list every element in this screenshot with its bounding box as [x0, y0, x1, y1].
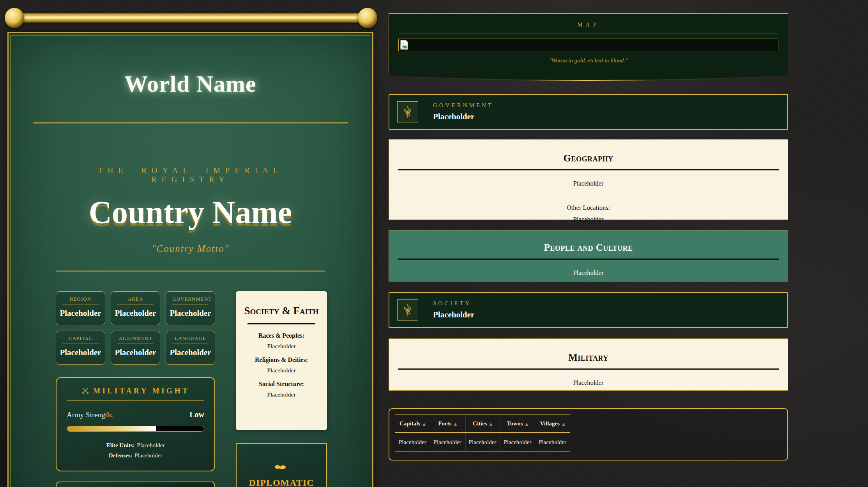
next-section-panel: [56, 482, 215, 487]
geography-rule: [398, 169, 779, 170]
towns-column-header[interactable]: Towns▲: [500, 415, 535, 433]
stats-grid: REGION Placeholder AREA Placeholder GOVE…: [56, 291, 215, 365]
capitals-column-header[interactable]: Capitals▲: [395, 415, 430, 433]
military-text: Placeholder: [389, 379, 788, 387]
sort-asc-icon: ▲: [489, 422, 492, 426]
stat-value: Placeholder: [111, 308, 160, 318]
table-cell: Placeholder: [535, 433, 570, 452]
map-panel: MAP "Woven in gold, etched in blood.": [389, 13, 788, 74]
crossed-swords-icon: [81, 387, 89, 395]
motto-divider: [56, 271, 325, 272]
scroll-rod: [5, 8, 377, 28]
stat-label: REGION: [62, 296, 99, 305]
diplomatic-standing-panel: DIPLOMATIC STANDING: [236, 443, 327, 487]
government-row: GOVERNMENT Placeholder: [389, 94, 788, 130]
religions-deities-value: Placeholder: [241, 367, 322, 374]
stat-value: Placeholder: [166, 348, 215, 358]
defenses-row: Defenses:Placeholder: [67, 450, 204, 460]
stat-card-capital: CAPITAL Placeholder: [56, 331, 105, 365]
society-faith-card: Society & Faith Races & Peoples: Placeho…: [236, 291, 327, 430]
society-label: SOCIETY: [433, 300, 474, 307]
stat-label: CAPITAL: [62, 335, 99, 344]
table-row: Placeholder Placeholder Placeholder Plac…: [395, 433, 570, 452]
crest-box: [397, 299, 418, 321]
races-peoples-label: Races & Peoples:: [241, 332, 322, 339]
settlements-table: Capitals▲ Forts▲ Cities▲ Towns▲ Villages…: [395, 414, 570, 452]
map-divider: [399, 34, 778, 34]
stat-card-government: GOVERNMENT Placeholder: [166, 291, 215, 325]
military-might-title: MILITARY MIGHT: [67, 386, 204, 401]
stat-label: ALIGNMENT: [117, 335, 154, 344]
country-name-title: Country Name: [56, 194, 325, 231]
army-strength-label: Army Strength:: [67, 411, 113, 419]
elite-units-row: Elite Units:Placeholder: [67, 440, 204, 450]
social-structure-label: Social Structure:: [241, 381, 322, 388]
stat-card-region: REGION Placeholder: [56, 291, 105, 325]
sort-asc-icon: ▲: [423, 422, 426, 426]
crest-box: [397, 101, 418, 122]
army-strength-value: Low: [189, 410, 204, 419]
stat-label: LANGUAGE: [172, 335, 209, 344]
military-rule: [398, 368, 779, 370]
society-faith-title: Society & Faith: [241, 303, 322, 319]
stat-label: AREA: [117, 296, 154, 305]
world-name-title: World Name: [33, 71, 348, 97]
other-locations-label: Other Locations:: [389, 204, 788, 212]
government-value: Placeholder: [433, 112, 493, 122]
government-label: GOVERNMENT: [433, 102, 493, 109]
map-image-frame: [398, 39, 778, 51]
social-structure-value: Placeholder: [241, 391, 322, 398]
people-culture-rule: [398, 259, 779, 260]
fleur-de-lis-icon: [403, 304, 412, 316]
forts-column-header[interactable]: Forts▲: [430, 415, 465, 433]
table-cell: Placeholder: [465, 433, 500, 452]
world-name-divider: [33, 122, 348, 124]
army-strength-bar: [67, 426, 204, 432]
registry-kicker: THE ROYAL IMPERIAL REGISTRY: [56, 166, 325, 184]
sort-asc-icon: ▲: [454, 422, 457, 426]
table-cell: Placeholder: [500, 433, 535, 452]
scroll-rod-left-knob-icon: [5, 8, 24, 28]
geography-text: Placeholder: [389, 180, 788, 188]
military-card: Military Placeholder: [389, 338, 788, 391]
society-value: Placeholder: [433, 310, 474, 320]
country-scroll-panel: World Name THE ROYAL IMPERIAL REGISTRY C…: [7, 32, 373, 487]
scroll-rod-right-knob-icon: [358, 8, 377, 28]
stat-card-area: AREA Placeholder: [111, 291, 160, 325]
diplomatic-standing-title: DIPLOMATIC STANDING: [241, 458, 322, 487]
sort-asc-icon: ▲: [525, 422, 529, 426]
stat-card-alignment: ALIGNMENT Placeholder: [111, 331, 160, 365]
settlements-panel: Capitals▲ Forts▲ Cities▲ Towns▲ Villages…: [389, 408, 788, 460]
other-locations-value: Placeholder: [389, 216, 788, 223]
row-divider: [427, 299, 427, 321]
geography-card: Geography Placeholder Other Locations: P…: [389, 139, 788, 220]
villages-column-header[interactable]: Villages▲: [535, 415, 570, 433]
races-peoples-value: Placeholder: [241, 343, 322, 350]
cities-column-header[interactable]: Cities▲: [465, 415, 500, 433]
row-divider: [427, 101, 427, 123]
society-faith-rule: [247, 323, 315, 324]
military-might-panel: MILITARY MIGHT Army Strength: Low Elite …: [56, 377, 215, 471]
stat-label: GOVERNMENT: [172, 296, 209, 305]
army-strength-fill: [67, 426, 156, 431]
stat-value: Placeholder: [56, 348, 105, 358]
geography-title: Geography: [389, 153, 788, 164]
detail-column: MAP "Woven in gold, etched in blood.": [389, 13, 788, 460]
people-culture-card: People and Culture Placeholder: [389, 230, 788, 282]
scroll-rod-bar: [17, 13, 365, 23]
society-row: SOCIETY Placeholder: [389, 292, 788, 328]
map-title: MAP: [389, 14, 788, 28]
sort-asc-icon: ▲: [562, 422, 565, 426]
handshake-icon: [274, 462, 286, 471]
country-motto: "Country Motto": [56, 243, 325, 254]
people-culture-title: People and Culture: [389, 242, 788, 253]
stat-value: Placeholder: [56, 308, 105, 318]
table-cell: Placeholder: [430, 433, 465, 452]
map-quote: "Woven in gold, etched in blood.": [389, 57, 788, 64]
fleur-de-lis-icon: [403, 106, 412, 118]
map-curved-edge: [389, 74, 788, 85]
page-background: { "palette": { "gold": "#d0a73c", "gold_…: [0, 0, 868, 487]
people-culture-text: Placeholder: [389, 269, 788, 277]
broken-image-icon: [400, 40, 408, 50]
stat-value: Placeholder: [166, 308, 215, 318]
